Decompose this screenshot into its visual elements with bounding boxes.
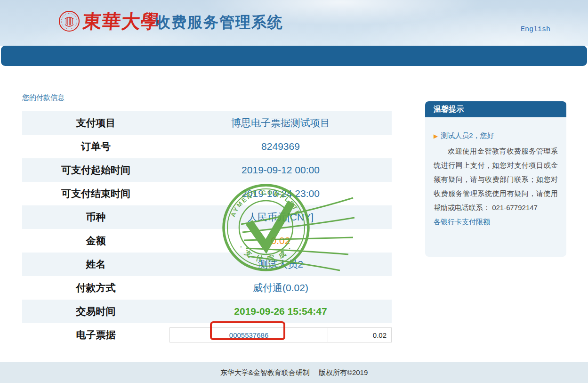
table-row: 交易时间 2019-09-26 15:54:47 [22, 300, 392, 323]
invoice-table: 0005537686 0.02 [169, 327, 392, 342]
row-label: 交易时间 [22, 305, 169, 318]
system-title: 收费服务管理系统 [155, 12, 283, 33]
payment-completed-stamp-icon: PAYMENT COMPLETED · 支 付 完 成 · [212, 178, 362, 279]
page-header: 東華大學 收费服务管理系统 English [0, 0, 588, 46]
row-label: 付款方式 [22, 281, 169, 294]
university-seal-icon [58, 10, 80, 32]
row-label: 币种 [22, 211, 169, 224]
invoice-area: 0005537686 0.02 [169, 323, 392, 347]
row-value-transaction-time: 2019-09-26 15:54:47 [169, 306, 392, 317]
greeting-text: 测试人员2，您好 [441, 131, 494, 140]
nav-bar [1, 46, 587, 66]
table-row: 支付项目 博思电子票据测试项目 [22, 111, 392, 135]
page-footer: 东华大学&金智教育联合研制 版权所有©2019 [0, 362, 588, 383]
row-value: 博思电子票据测试项目 [169, 116, 392, 130]
row-label: 可支付起始时间 [22, 163, 169, 177]
row-label: 订单号 [22, 140, 169, 153]
row-label: 电子票据 [22, 328, 169, 342]
row-value: 威付通(0.02) [169, 281, 392, 294]
invoice-number[interactable]: 0005537686 [170, 328, 328, 342]
section-title: 您的付款信息 [22, 93, 64, 102]
bank-card-limit-link[interactable]: 各银行卡支付限额 [434, 218, 490, 227]
sidebar-tips-header: 温馨提示 [425, 101, 566, 117]
page: 東華大學 收费服务管理系统 English 您的付款信息 支付项目 博思电子票据… [0, 0, 588, 383]
university-name: 東華大學 [82, 8, 160, 34]
sidebar-greeting: ▶ 测试人员2，您好 [434, 131, 558, 140]
table-row: 付款方式 威付通(0.02) [22, 276, 392, 300]
row-label: 金额 [22, 234, 169, 247]
table-row: 订单号 8249369 [22, 135, 392, 158]
triangle-marker-icon: ▶ [434, 133, 438, 139]
row-label: 可支付结束时间 [22, 187, 169, 200]
invoice-amount: 0.02 [328, 328, 391, 342]
sidebar-message: 欢迎使用金智教育收费服务管理系统进行网上支付，如您对支付项目或金额有疑问，请与收… [434, 144, 558, 215]
row-value: 8249369 [169, 141, 392, 152]
row-label: 姓名 [22, 258, 169, 271]
row-label: 支付项目 [22, 116, 169, 130]
language-switch-link[interactable]: English [521, 25, 550, 33]
table-row-invoice: 电子票据 0005537686 0.02 [22, 323, 392, 347]
sidebar-tips-body: ▶ 测试人员2，您好 欢迎使用金智教育收费服务管理系统进行网上支付，如您对支付项… [425, 117, 566, 257]
row-value: 2019-09-12 00:00 [169, 164, 392, 176]
